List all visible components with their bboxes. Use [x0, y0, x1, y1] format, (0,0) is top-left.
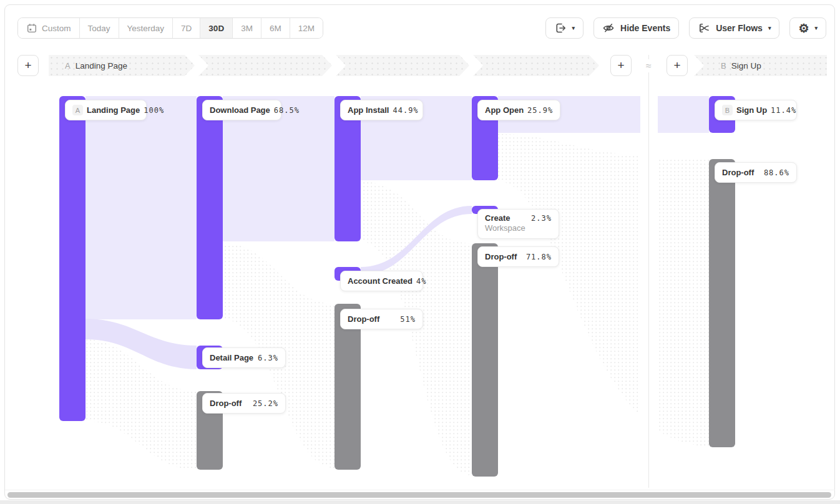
date-range-7d[interactable]: 7D	[172, 18, 200, 38]
date-range-selector: Custom Today Yesterday 7D 30D 3M 6M 12M	[17, 17, 323, 39]
date-range-30d[interactable]: 30D	[200, 18, 232, 38]
export-button[interactable]: ▾	[545, 17, 584, 39]
node-name: Drop-off	[210, 399, 242, 408]
date-range-3m[interactable]: 3M	[232, 18, 261, 38]
node-label-detail-page[interactable]: Detail Page 6.3%	[202, 347, 286, 368]
user-flows-button[interactable]: User Flows ▾	[689, 17, 779, 39]
node-name: Create	[485, 213, 510, 223]
date-range-label: 6M	[270, 24, 281, 33]
node-label-dropoff-step3[interactable]: Drop-off 51%	[340, 309, 423, 329]
hide-events-label: Hide Events	[620, 23, 670, 33]
node-name: Drop-off	[485, 252, 517, 261]
node-label-line1: Create 2.3%	[485, 213, 552, 223]
node-value: 11.4%	[771, 106, 796, 115]
node-name: Landing Page	[87, 105, 140, 115]
node-label-sign-up[interactable]: B Sign Up 11.4%	[715, 100, 797, 120]
node-label-app-install[interactable]: App Install 44.9%	[340, 100, 423, 120]
chevron-down-icon: ▾	[814, 26, 818, 31]
date-range-label: 7D	[181, 24, 192, 33]
date-range-today[interactable]: Today	[79, 18, 119, 38]
step-a-letter: A	[65, 61, 71, 70]
date-range-6m[interactable]: 6M	[261, 18, 290, 38]
node-value: 25.9%	[527, 106, 553, 115]
gear-icon: ⚙	[798, 22, 809, 34]
date-range-label: 3M	[241, 24, 253, 33]
node-value: 25.2%	[253, 399, 278, 408]
node-name: Drop-off	[722, 168, 754, 177]
node-value: 68.5%	[274, 106, 300, 115]
flows-chart-icon	[698, 22, 710, 34]
node-name: App Install	[348, 105, 389, 115]
node-bar-landing-page[interactable]	[59, 96, 85, 421]
page-background-strip	[0, 500, 840, 504]
step-separator-line	[648, 55, 649, 488]
step-badge: A	[72, 105, 83, 115]
settings-button[interactable]: ⚙ ▾	[789, 17, 826, 39]
node-name: Download Page	[210, 105, 270, 115]
node-bar-dropoff-step4[interactable]	[472, 243, 498, 477]
date-range-12m[interactable]: 12M	[290, 18, 323, 38]
node-value: 6.3%	[258, 354, 278, 362]
flow-appopen-to-dropoff	[498, 134, 709, 446]
step-gap	[640, 81, 658, 493]
calendar-icon	[26, 22, 37, 34]
add-step-button-left[interactable]: +	[17, 55, 39, 76]
node-label-download-page[interactable]: Download Page 68.5%	[202, 100, 281, 120]
date-range-label: Yesterday	[127, 24, 165, 33]
step-b-banner[interactable]: B Sign Up	[694, 55, 827, 76]
node-label-dropoff-stepb[interactable]: Drop-off 88.6%	[715, 162, 797, 183]
node-name: Detail Page	[210, 353, 253, 362]
node-label-dropoff-step4[interactable]: Drop-off 71.8%	[477, 246, 559, 267]
date-range-label: Today	[88, 24, 110, 33]
node-label-landing-page[interactable]: A Landing Page 100%	[65, 100, 147, 120]
node-name: Account Created	[348, 276, 413, 286]
node-value: 44.9%	[393, 106, 418, 115]
chevron-down-icon: ▾	[768, 26, 771, 31]
node-bar-download-page[interactable]	[197, 96, 223, 319]
export-icon	[554, 22, 567, 34]
hide-events-button[interactable]: Hide Events	[593, 17, 679, 39]
node-value: 88.6%	[764, 168, 789, 177]
user-flows-label: User Flows	[716, 23, 763, 33]
node-value: 51%	[400, 315, 416, 324]
step-a-segment-1[interactable]: A Landing Page	[49, 55, 195, 76]
node-name: App Open	[485, 105, 524, 115]
step-a-segment-3[interactable]	[336, 55, 469, 76]
date-range-label: 12M	[298, 24, 315, 33]
date-range-yesterday[interactable]: Yesterday	[119, 18, 173, 38]
node-value: 2.3%	[531, 214, 552, 223]
node-name: Sign Up	[736, 105, 767, 115]
step-a-segment-2[interactable]	[198, 55, 332, 76]
step-a-segment-4[interactable]	[473, 55, 599, 76]
chevron-down-icon: ▾	[572, 26, 575, 31]
node-name: Drop-off	[348, 314, 379, 324]
node-label-account-created[interactable]: Account Created 4%	[340, 271, 423, 291]
approx-separator: ≈	[642, 59, 655, 72]
step-b-letter: B	[721, 61, 726, 70]
node-value: 100%	[144, 106, 164, 115]
step-badge: B	[722, 105, 733, 115]
date-range-custom[interactable]: Custom	[18, 18, 79, 38]
add-step-button-middle[interactable]: +	[610, 55, 632, 76]
step-b-name: Sign Up	[731, 61, 761, 70]
flow-landing-to-download	[85, 96, 197, 319]
step-a-banner: A Landing Page	[49, 55, 603, 76]
node-label-app-open[interactable]: App Open 25.9%	[477, 100, 560, 120]
step-a-name: Landing Page	[76, 61, 127, 70]
eye-off-icon	[602, 22, 615, 34]
horizontal-scrollbar-thumb[interactable]	[7, 492, 831, 498]
node-value: 71.8%	[526, 253, 552, 261]
node-label-create-workspace[interactable]: Create 2.3% Workspace	[477, 209, 559, 239]
date-range-label: 30D	[208, 24, 224, 33]
node-value: 4%	[416, 277, 426, 286]
node-bar-dropoff-stepb[interactable]	[709, 159, 735, 447]
node-name-line2: Workspace	[485, 223, 552, 233]
footer-divider	[5, 490, 835, 490]
date-range-label: Custom	[42, 24, 71, 33]
node-label-dropoff-step2[interactable]: Drop-off 25.2%	[202, 393, 286, 414]
toolbar-right: ▾ Hide Events User Flows ▾ ⚙ ▾	[545, 17, 826, 39]
add-step-button-right[interactable]: +	[667, 55, 688, 76]
